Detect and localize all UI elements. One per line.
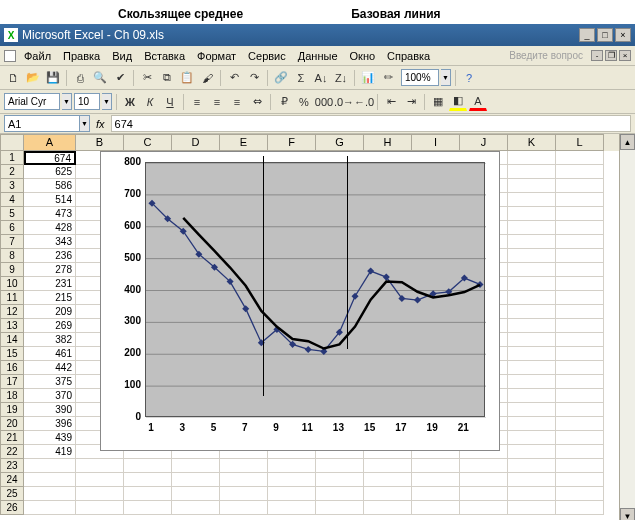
doc-restore-button[interactable]: ❐ [605,50,617,61]
row-header[interactable]: 22 [0,445,24,459]
cell[interactable] [556,417,604,431]
cell[interactable] [508,151,556,165]
cell[interactable] [508,417,556,431]
cell[interactable] [268,487,316,501]
cell[interactable]: 231 [24,277,76,291]
column-header-E[interactable]: E [220,134,268,151]
column-header-D[interactable]: D [172,134,220,151]
row-header[interactable]: 13 [0,319,24,333]
row-header[interactable]: 2 [0,165,24,179]
vertical-scrollbar[interactable]: ▲ ▼ [619,134,635,520]
row-header[interactable]: 26 [0,501,24,515]
cell[interactable]: 439 [24,431,76,445]
cell[interactable] [24,501,76,515]
underline-icon[interactable]: Ч [161,93,179,111]
cell[interactable]: 343 [24,235,76,249]
row-header[interactable]: 19 [0,403,24,417]
cell[interactable] [556,473,604,487]
cell[interactable]: 625 [24,165,76,179]
chart-wizard-icon[interactable]: 📊 [359,69,377,87]
spellcheck-icon[interactable]: ✔ [111,69,129,87]
row-header[interactable]: 18 [0,389,24,403]
cell[interactable]: 674 [24,151,76,165]
font-size-dropdown-icon[interactable]: ▼ [102,93,112,110]
cell[interactable] [556,501,604,515]
cell[interactable] [508,389,556,403]
cell[interactable] [556,249,604,263]
cell[interactable]: 370 [24,389,76,403]
fx-icon[interactable]: fx [96,118,105,130]
borders-icon[interactable]: ▦ [429,93,447,111]
cell[interactable] [556,179,604,193]
column-header-A[interactable]: A [24,134,76,151]
row-header[interactable]: 1 [0,151,24,165]
formula-bar[interactable]: 674 [111,115,631,132]
row-header[interactable]: 4 [0,193,24,207]
align-right-icon[interactable]: ≡ [228,93,246,111]
cell[interactable] [76,487,124,501]
row-header[interactable]: 11 [0,291,24,305]
cell[interactable] [76,473,124,487]
column-header-L[interactable]: L [556,134,604,151]
doc-close-button[interactable]: × [619,50,631,61]
column-header-H[interactable]: H [364,134,412,151]
cell[interactable] [508,165,556,179]
zoom-dropdown-icon[interactable]: ▼ [441,69,451,86]
cut-icon[interactable]: ✂ [138,69,156,87]
cell[interactable]: 390 [24,403,76,417]
cell[interactable] [508,375,556,389]
increase-decimal-icon[interactable]: .0→ [335,93,353,111]
row-header[interactable]: 12 [0,305,24,319]
cell[interactable] [556,361,604,375]
row-header[interactable]: 24 [0,473,24,487]
open-icon[interactable]: 📂 [24,69,42,87]
font-color-icon[interactable]: A [469,93,487,111]
cell[interactable]: 269 [24,319,76,333]
doc-minimize-button[interactable]: - [591,50,603,61]
cell[interactable]: 278 [24,263,76,277]
align-center-icon[interactable]: ≡ [208,93,226,111]
cell[interactable] [556,165,604,179]
maximize-button[interactable]: □ [597,28,613,42]
help-icon[interactable]: ? [460,69,478,87]
merge-center-icon[interactable]: ⇔ [248,93,266,111]
cell[interactable]: 396 [24,417,76,431]
column-header-G[interactable]: G [316,134,364,151]
menu-tools[interactable]: Сервис [242,48,292,64]
cell[interactable] [124,487,172,501]
align-left-icon[interactable]: ≡ [188,93,206,111]
row-header[interactable]: 10 [0,277,24,291]
cell[interactable] [508,277,556,291]
cell[interactable] [412,501,460,515]
painter-icon[interactable]: 🖌 [198,69,216,87]
cell[interactable] [124,459,172,473]
cell[interactable] [508,487,556,501]
row-header[interactable]: 14 [0,333,24,347]
cell[interactable] [124,501,172,515]
redo-icon[interactable]: ↷ [245,69,263,87]
cell[interactable] [508,431,556,445]
cell[interactable] [460,473,508,487]
name-box[interactable]: A1 [4,115,80,132]
currency-icon[interactable]: ₽ [275,93,293,111]
cell[interactable] [316,501,364,515]
sort-desc-icon[interactable]: Z↓ [332,69,350,87]
cell[interactable] [556,263,604,277]
cell[interactable] [508,445,556,459]
cell[interactable] [508,305,556,319]
cell[interactable] [268,501,316,515]
percent-icon[interactable]: % [295,93,313,111]
column-header-I[interactable]: I [412,134,460,151]
cell[interactable] [364,473,412,487]
hyperlink-icon[interactable]: 🔗 [272,69,290,87]
ask-a-question-box[interactable]: Введите вопрос [509,50,587,61]
cell[interactable] [24,487,76,501]
print-icon[interactable]: ⎙ [71,69,89,87]
scroll-up-icon[interactable]: ▲ [620,134,635,150]
autosum-icon[interactable]: Σ [292,69,310,87]
drawing-icon[interactable]: ✏ [379,69,397,87]
font-name-dropdown-icon[interactable]: ▼ [62,93,72,110]
name-box-dropdown-icon[interactable]: ▼ [80,115,90,132]
italic-icon[interactable]: К [141,93,159,111]
cell[interactable] [508,193,556,207]
